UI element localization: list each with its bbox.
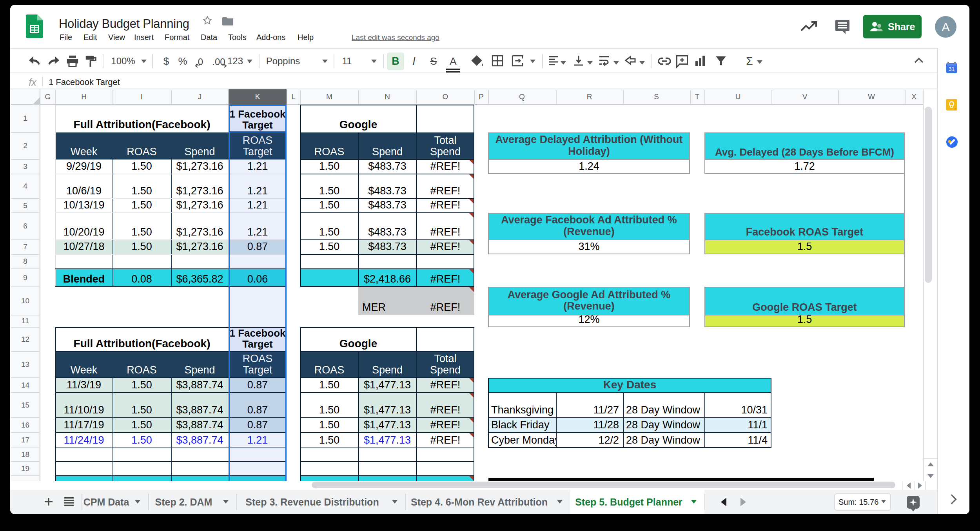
svg-text:31: 31 <box>949 66 955 72</box>
